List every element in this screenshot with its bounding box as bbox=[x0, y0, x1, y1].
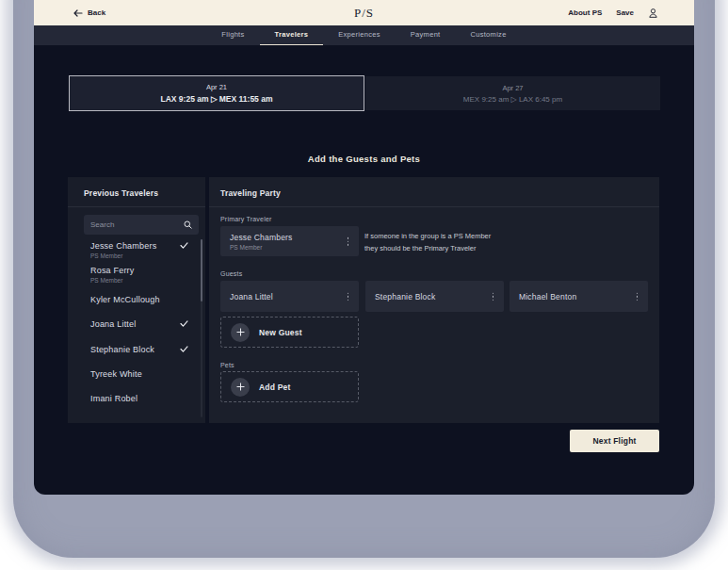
tab-customize[interactable]: Customize bbox=[456, 25, 522, 45]
traveler-list-item[interactable]: Joana Littel bbox=[90, 319, 188, 329]
guest-card[interactable]: Michael Benton bbox=[510, 281, 648, 312]
new-guest-button[interactable]: New Guest bbox=[220, 317, 359, 348]
screen: Back P/S About PS Save Flights Travelers… bbox=[0, 0, 728, 570]
flight-route: MEX 9:25 am ▷ LAX 6:45 pm bbox=[463, 95, 562, 104]
traveler-list-item[interactable]: Kyler McCullough bbox=[90, 295, 188, 304]
kebab-menu-icon[interactable] bbox=[346, 236, 351, 248]
scrollbar-thumb[interactable] bbox=[201, 239, 202, 301]
flight-route: LAX 9:25 am ▷ MEX 11:55 am bbox=[161, 94, 273, 104]
plus-icon bbox=[231, 378, 250, 397]
primary-traveler-card[interactable]: Jesse Chambers PS Member bbox=[220, 226, 359, 256]
top-bar-actions: About PS Save bbox=[568, 0, 658, 25]
kebab-menu-icon[interactable] bbox=[491, 290, 496, 302]
tab-experiences[interactable]: Experiences bbox=[323, 25, 396, 45]
flight-card-return[interactable]: Apr 27 MEX 9:25 am ▷ LAX 6:45 pm bbox=[365, 76, 660, 110]
plus-icon bbox=[231, 323, 250, 342]
next-flight-button[interactable]: Next Flight bbox=[570, 430, 659, 452]
traveling-party-title: Traveling Party bbox=[209, 177, 659, 207]
guest-card[interactable]: Stephanie Block bbox=[365, 281, 504, 312]
flight-date: Apr 21 bbox=[206, 83, 227, 91]
search-input[interactable] bbox=[90, 220, 184, 229]
flight-date: Apr 27 bbox=[502, 84, 523, 92]
top-bar: Back P/S About PS Save bbox=[34, 0, 694, 25]
tab-travelers[interactable]: Travelers bbox=[260, 25, 324, 45]
traveler-list-item[interactable]: Jesse Chambers PS Member bbox=[90, 241, 188, 259]
previous-travelers-panel: Previous Travelers Jesse Chambers PS Mem… bbox=[68, 177, 205, 423]
about-ps-link[interactable]: About PS bbox=[568, 8, 602, 17]
page-title: Add the Guests and Pets bbox=[34, 154, 694, 164]
check-icon bbox=[180, 320, 188, 327]
search-icon[interactable] bbox=[184, 220, 192, 229]
account-icon[interactable] bbox=[648, 8, 658, 19]
primary-traveler-note: If someone in the group is a PS Member t… bbox=[364, 230, 491, 254]
save-button[interactable]: Save bbox=[616, 8, 634, 17]
traveler-list-item[interactable]: Stephanie Block bbox=[90, 345, 188, 354]
previous-travelers-title: Previous Travelers bbox=[68, 177, 205, 207]
kebab-menu-icon[interactable] bbox=[346, 290, 351, 302]
traveler-list-item[interactable]: Imani Robel bbox=[90, 394, 188, 403]
traveler-list-item[interactable]: Tyreek White bbox=[90, 369, 188, 379]
guests-label: Guests bbox=[220, 270, 242, 277]
app-window: Back P/S About PS Save Flights Travelers… bbox=[34, 0, 694, 495]
check-icon bbox=[180, 346, 188, 352]
tab-flights[interactable]: Flights bbox=[206, 25, 259, 45]
traveling-party-panel: Traveling Party Primary Traveler Jesse C… bbox=[209, 177, 659, 423]
add-pet-button[interactable]: Add Pet bbox=[220, 371, 359, 402]
guest-card[interactable]: Joana Littel bbox=[220, 281, 359, 312]
tab-payment[interactable]: Payment bbox=[396, 25, 456, 45]
traveler-list-item[interactable]: Rosa Ferry PS Member bbox=[90, 266, 188, 284]
step-tabs: Flights Travelers Experiences Payment Cu… bbox=[34, 25, 694, 45]
check-icon bbox=[180, 242, 188, 249]
primary-traveler-label: Primary Traveler bbox=[220, 216, 272, 222]
pets-label: Pets bbox=[220, 362, 235, 368]
search-box[interactable] bbox=[84, 215, 199, 235]
flight-card-outbound[interactable]: Apr 21 LAX 9:25 am ▷ MEX 11:55 am bbox=[69, 75, 364, 111]
kebab-menu-icon[interactable] bbox=[635, 290, 640, 302]
